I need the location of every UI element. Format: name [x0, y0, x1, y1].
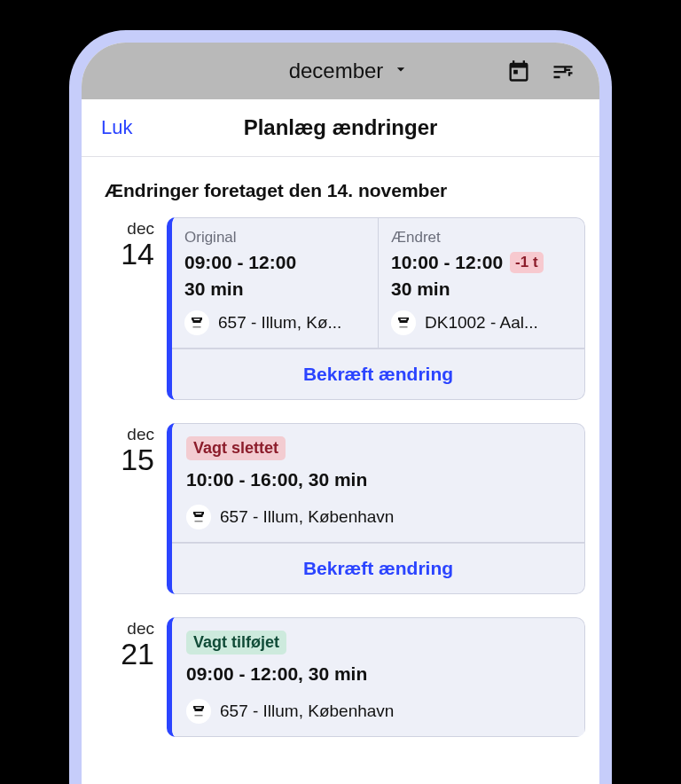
date-column: dec 21 — [96, 617, 160, 737]
filter-icon[interactable] — [550, 58, 576, 84]
added-time: 09:00 - 12:00, 30 min — [186, 663, 570, 685]
changed-label: Ændret — [391, 229, 572, 247]
original-duration: 30 min — [184, 278, 365, 300]
phone-frame: december Luk Planlæg ændringer — [69, 30, 612, 784]
original-store: 657 - Illum, Kø... — [218, 313, 365, 333]
card-split: Original 09:00 - 12:00 30 min 657 - Illu… — [172, 217, 585, 349]
changes-sheet: Luk Planlæg ændringer Ændringer foretage… — [82, 99, 599, 784]
store-icon — [186, 699, 211, 724]
changed-time-row: 10:00 - 12:00 -1 t — [391, 252, 572, 273]
changed-time: 10:00 - 12:00 — [391, 252, 503, 273]
original-half: Original 09:00 - 12:00 30 min 657 - Illu… — [172, 217, 379, 349]
changed-store: DK1002 - Aal... — [425, 313, 572, 333]
store-icon — [184, 310, 209, 335]
date-day: 15 — [96, 444, 154, 474]
confirm-button[interactable]: Bekræft ændring — [172, 543, 585, 594]
card-body: Vagt slettet 10:00 - 16:00, 30 min 657 -… — [172, 423, 585, 543]
section-title: Ændringer foretaget den 14. november — [82, 157, 599, 217]
original-time: 09:00 - 12:00 — [184, 252, 365, 273]
confirm-button[interactable]: Bekræft ændring — [172, 349, 585, 400]
month-label: december — [289, 59, 384, 83]
date-month: dec — [96, 219, 154, 239]
change-row: dec 21 Vagt tilføjet 09:00 - 12:00, 30 m… — [82, 617, 599, 760]
month-selector[interactable]: december — [211, 59, 488, 83]
changed-half: Ændret 10:00 - 12:00 -1 t 30 min — [379, 217, 585, 349]
date-month: dec — [96, 619, 154, 639]
close-button[interactable]: Luk — [101, 116, 132, 139]
change-row: dec 14 Original 09:00 - 12:00 30 min — [82, 217, 599, 423]
date-day: 21 — [96, 639, 154, 669]
change-row: dec 15 Vagt slettet 10:00 - 16:00, 30 mi… — [82, 423, 599, 617]
date-day: 14 — [96, 239, 154, 269]
deleted-store-row: 657 - Illum, København — [186, 505, 570, 529]
shift-deleted-tag: Vagt slettet — [186, 436, 286, 460]
chevron-down-icon — [392, 59, 410, 83]
sheet-header: Luk Planlæg ændringer — [82, 99, 599, 157]
original-store-row: 657 - Illum, Kø... — [184, 310, 365, 335]
date-month: dec — [96, 425, 154, 444]
added-store-row: 657 - Illum, København — [186, 699, 570, 724]
store-icon — [186, 505, 211, 529]
phone-screen: december Luk Planlæg ændringer — [82, 43, 599, 784]
store-icon — [391, 310, 416, 335]
deleted-time: 10:00 - 16:00, 30 min — [186, 469, 570, 490]
change-card: Original 09:00 - 12:00 30 min 657 - Illu… — [167, 217, 585, 400]
date-column: dec 15 — [96, 423, 160, 594]
app-top-bar: december — [82, 43, 599, 99]
deleted-store: 657 - Illum, København — [220, 507, 570, 527]
card-body: Vagt tilføjet 09:00 - 12:00, 30 min 657 … — [172, 617, 585, 737]
calendar-icon[interactable] — [505, 58, 532, 84]
date-column: dec 14 — [96, 217, 160, 400]
changed-store-row: DK1002 - Aal... — [391, 310, 572, 335]
added-store: 657 - Illum, København — [220, 702, 570, 721]
original-label: Original — [184, 229, 365, 247]
shift-added-tag: Vagt tilføjet — [186, 631, 286, 655]
sheet-title: Planlæg ændringer — [221, 115, 460, 140]
changed-duration: 30 min — [391, 278, 572, 300]
change-card: Vagt tilføjet 09:00 - 12:00, 30 min 657 … — [167, 617, 585, 737]
change-card: Vagt slettet 10:00 - 16:00, 30 min 657 -… — [167, 423, 585, 594]
delta-badge: -1 t — [510, 252, 544, 273]
